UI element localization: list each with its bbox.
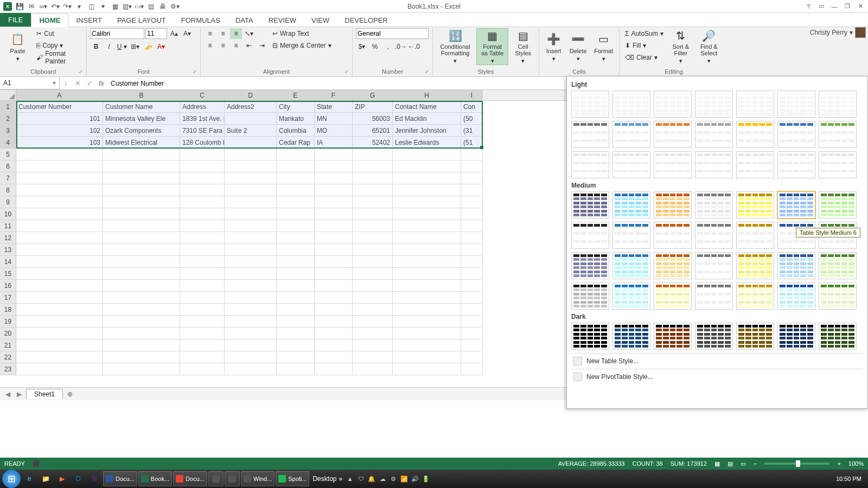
cell[interactable]: [180, 244, 225, 256]
cell[interactable]: [277, 196, 315, 208]
cell[interactable]: [353, 160, 393, 172]
cell[interactable]: [315, 292, 353, 304]
tray-icon[interactable]: 🔔: [367, 474, 376, 483]
cell[interactable]: [393, 292, 461, 304]
table-style-swatch[interactable]: [736, 282, 774, 310]
cell[interactable]: [393, 184, 461, 196]
cell[interactable]: [277, 363, 315, 375]
row-header[interactable]: 8: [0, 184, 16, 196]
find-select-button[interactable]: 🔎Find & Select▾: [696, 28, 722, 65]
cell[interactable]: [180, 280, 225, 292]
table-style-swatch[interactable]: [612, 121, 650, 148]
help-icon[interactable]: ?: [803, 2, 814, 11]
bold-button[interactable]: B: [90, 41, 102, 52]
cell[interactable]: [16, 232, 103, 244]
decrease-font-icon[interactable]: A▾: [181, 28, 193, 39]
paste-button[interactable]: 📋 Paste▾: [3, 28, 32, 65]
cell[interactable]: [16, 256, 103, 268]
table-style-swatch[interactable]: [571, 91, 609, 118]
minimize-icon[interactable]: —: [829, 2, 840, 11]
cell[interactable]: Customer Name: [103, 101, 180, 113]
select-all-corner[interactable]: [0, 90, 16, 100]
cell[interactable]: [353, 149, 393, 160]
increase-font-icon[interactable]: A▴: [168, 28, 180, 39]
row-header[interactable]: 22: [0, 351, 16, 363]
cell[interactable]: [16, 363, 103, 375]
cell[interactable]: [393, 149, 461, 160]
cell[interactable]: ZIP: [353, 101, 393, 113]
cell[interactable]: 56003: [353, 113, 393, 125]
cell[interactable]: [353, 363, 393, 375]
cell[interactable]: [103, 280, 180, 292]
cell[interactable]: [315, 351, 353, 363]
name-box[interactable]: A1▾: [0, 77, 60, 89]
table-style-swatch[interactable]: [736, 323, 774, 350]
align-middle-icon[interactable]: ≡: [217, 28, 229, 39]
cell[interactable]: [315, 244, 353, 256]
wrap-text-button[interactable]: ↩Wrap Text: [270, 28, 334, 39]
cell[interactable]: [461, 339, 483, 351]
cell[interactable]: [393, 339, 461, 351]
cell[interactable]: [277, 184, 315, 196]
table-style-swatch[interactable]: [819, 121, 857, 148]
cell[interactable]: [277, 208, 315, 220]
cell[interactable]: 52402: [353, 137, 393, 149]
tray-icon[interactable]: ☁: [378, 474, 387, 483]
cell[interactable]: [180, 268, 225, 280]
font-name-combo[interactable]: [90, 28, 144, 39]
cell[interactable]: [393, 196, 461, 208]
cell[interactable]: [315, 149, 353, 160]
font-size-combo[interactable]: [145, 28, 167, 39]
cell[interactable]: [353, 339, 393, 351]
cell[interactable]: [180, 149, 225, 160]
table-style-swatch[interactable]: [571, 121, 609, 148]
borders-button[interactable]: ⊞▾: [129, 41, 141, 52]
cell[interactable]: [16, 328, 103, 339]
cell[interactable]: [315, 172, 353, 184]
cell[interactable]: Customer Number: [16, 101, 103, 113]
cell[interactable]: [16, 292, 103, 304]
cell[interactable]: [461, 149, 483, 160]
row-header[interactable]: 3: [0, 125, 16, 137]
cell[interactable]: [225, 304, 277, 316]
cell[interactable]: [225, 232, 277, 244]
cell[interactable]: [277, 351, 315, 363]
cell[interactable]: [393, 268, 461, 280]
table-style-swatch[interactable]: [612, 282, 650, 310]
tab-page-layout[interactable]: PAGE LAYOUT: [110, 14, 174, 27]
cancel-formula-icon[interactable]: ✕: [72, 77, 84, 89]
row-header[interactable]: 21: [0, 339, 16, 351]
table-style-swatch[interactable]: [819, 191, 857, 219]
table-style-swatch[interactable]: [777, 323, 815, 350]
row-header[interactable]: 10: [0, 208, 16, 220]
align-center-icon[interactable]: ≡: [217, 40, 229, 51]
increase-indent-icon[interactable]: ⇥: [256, 40, 268, 51]
save-icon[interactable]: 💾: [15, 2, 24, 11]
user-account[interactable]: Christy Perry ▾: [810, 27, 866, 38]
taskbar-app[interactable]: [225, 471, 240, 486]
table-style-swatch[interactable]: [654, 282, 692, 310]
table-style-swatch[interactable]: [777, 191, 815, 219]
cell[interactable]: [103, 316, 180, 328]
cell[interactable]: [225, 220, 277, 232]
table-style-swatch[interactable]: [612, 323, 650, 350]
cell[interactable]: [225, 256, 277, 268]
cell[interactable]: [461, 196, 483, 208]
qat-more-icon[interactable]: ▾: [75, 2, 84, 11]
tab-file[interactable]: FILE: [0, 13, 31, 27]
format-cells-button[interactable]: ▭Format▾: [591, 28, 616, 65]
cell[interactable]: [16, 280, 103, 292]
table-style-swatch[interactable]: [654, 323, 692, 350]
cell[interactable]: [315, 196, 353, 208]
cell[interactable]: [225, 328, 277, 339]
column-header[interactable]: B: [103, 90, 180, 100]
cell[interactable]: [393, 244, 461, 256]
cell[interactable]: [315, 220, 353, 232]
cell[interactable]: [180, 292, 225, 304]
accounting-format-icon[interactable]: $▾: [356, 41, 368, 52]
qat-icon[interactable]: ◫: [87, 2, 95, 11]
cell[interactable]: [225, 244, 277, 256]
cell[interactable]: [180, 351, 225, 363]
zoom-out-icon[interactable]: −: [754, 460, 757, 467]
column-header[interactable]: G: [353, 90, 393, 100]
